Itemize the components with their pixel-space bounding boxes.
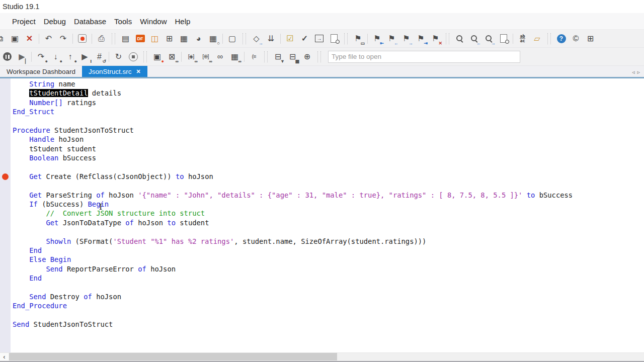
code-line[interactable]: Get Create (RefClass(cJsonObject)) to ho… — [0, 172, 644, 181]
run-to-cursor-icon[interactable]: ▶I — [77, 50, 92, 64]
database-explorer-icon[interactable]: ⊟▼ — [271, 50, 285, 64]
tab-scroll-left-icon[interactable]: ◃ — [632, 69, 635, 75]
validate-checklist-icon[interactable]: ✓ — [297, 32, 312, 46]
step-next-icon[interactable]: ▶▏ — [15, 50, 29, 64]
warnings-check-icon[interactable]: ☑ — [283, 32, 297, 46]
toolbar-grip-handle[interactable] — [344, 33, 348, 44]
code-line[interactable]: End — [0, 246, 644, 255]
compile-icon[interactable]: ⇊ — [264, 32, 278, 46]
clear-bookmarks-icon[interactable]: ⚑✕ — [428, 32, 443, 46]
first-bookmark-icon[interactable]: ⚑⇤ — [370, 32, 384, 46]
tab-scroll-right-icon[interactable]: ▹ — [637, 69, 640, 75]
new-file-icon[interactable]: ▢ — [225, 32, 239, 46]
about-icon[interactable]: © — [569, 32, 583, 46]
code-preview-icon[interactable] — [327, 32, 341, 46]
code-line[interactable]: End_Struct — [0, 107, 644, 116]
code-line[interactable]: Showln (SFormat('Student "%1" has %2 rat… — [0, 237, 644, 246]
menu-item-debug[interactable]: Debug — [40, 13, 70, 29]
web-database-icon[interactable]: ⊕ — [300, 50, 314, 64]
code-line[interactable]: Get JsonToDataType of hoJson to student — [0, 218, 644, 227]
code-line[interactable]: tStudentDetail details — [0, 88, 644, 98]
code-line[interactable]: Get ParseString of hoJson '{"name" : "Jo… — [0, 191, 644, 200]
step-over-icon[interactable]: ↷● — [34, 50, 48, 64]
code-line[interactable]: Handle hoJson — [0, 135, 644, 144]
database-builder-icon[interactable]: ⊟▦ — [285, 50, 300, 64]
break-all-icon[interactable] — [0, 50, 15, 64]
find-table-icon[interactable]: ▦○ — [206, 32, 220, 46]
code-line[interactable]: Send ReportParseError of hoJson — [0, 264, 644, 274]
replace-in-files-icon[interactable]: ▱ — [530, 32, 544, 46]
call-stack-icon[interactable]: (≡ — [247, 50, 261, 64]
horizontal-scrollbar[interactable]: ‹ — [0, 352, 644, 361]
run-program-icon[interactable]: → — [312, 32, 327, 46]
find-next-icon[interactable]: → — [481, 32, 496, 46]
toolbar-grip-handle[interactable] — [264, 51, 268, 62]
code-line[interactable] — [0, 227, 644, 236]
previous-bookmark-icon[interactable]: ⚑← — [384, 32, 399, 46]
code-line[interactable] — [0, 311, 644, 320]
toolbar-grip-handle[interactable] — [112, 33, 115, 44]
theme-palette-icon[interactable]: ◕ — [191, 32, 206, 46]
toolbar-grip-handle[interactable] — [547, 33, 551, 44]
undo-icon[interactable]: ↶ — [41, 32, 56, 46]
tab-workspace-dashboard[interactable]: Workspace Dashboard — [0, 66, 82, 77]
toggle-bookmark-icon[interactable]: ⚑▭ — [351, 32, 365, 46]
menu-item-help[interactable]: Help — [171, 13, 195, 29]
last-bookmark-icon[interactable]: ⚑⇥ — [414, 32, 428, 46]
scrollbar-left-arrow-icon[interactable]: ‹ — [0, 353, 9, 360]
locals-window-icon[interactable]: ∞ — [213, 50, 227, 64]
toolbar-grip-handle[interactable] — [317, 51, 321, 62]
code-line[interactable]: // Convert JSON structure into struct — [0, 209, 644, 218]
code-editor[interactable]: String name tStudentDetail details Numbe… — [0, 78, 644, 352]
toggle-breakpoint-icon[interactable]: ▣● — [150, 50, 165, 64]
data-dictionary-icon[interactable]: ⊞ — [162, 32, 177, 46]
code-line[interactable]: tStudent student — [0, 144, 644, 153]
paste-icon[interactable]: ▣ — [8, 32, 22, 46]
delete-icon[interactable]: ✕ — [22, 32, 37, 46]
stop-debug-icon[interactable] — [126, 50, 140, 64]
window-layout-icon[interactable]: ⊞ — [583, 32, 598, 46]
code-line[interactable]: Send Destroy of hoJson — [0, 292, 644, 301]
menu-item-project[interactable]: Project — [8, 13, 40, 29]
code-line[interactable]: Else Begin — [0, 255, 644, 264]
code-line[interactable]: If (bSuccess) Begin — [0, 200, 644, 209]
menu-item-database[interactable]: Database — [70, 13, 110, 29]
print-icon[interactable]: ⎙ — [94, 32, 109, 46]
code-line[interactable]: Procedure StudentJsonToStruct — [0, 126, 644, 135]
breakpoints-window-icon[interactable]: ⊠∞ — [165, 50, 179, 64]
find-in-files-icon[interactable] — [496, 32, 511, 46]
code-line[interactable]: End_Procedure — [0, 301, 644, 310]
menu-item-window[interactable]: Window — [136, 13, 171, 29]
deploy-package-icon[interactable]: ◇→ — [249, 32, 264, 46]
code-line[interactable]: String name — [0, 79, 644, 88]
menu-item-tools[interactable]: Tools — [110, 13, 136, 29]
replace-icon[interactable]: abac — [515, 32, 530, 46]
code-line[interactable]: End — [0, 274, 644, 283]
code-line[interactable] — [0, 117, 644, 126]
dataflex-project-icon[interactable]: DF — [133, 32, 147, 46]
global-watch-icon[interactable]: [⊕]∞ — [198, 50, 213, 64]
find-previous-icon[interactable]: ← — [467, 32, 481, 46]
step-into-icon[interactable]: ↓● — [48, 50, 63, 64]
next-bookmark-icon[interactable]: ⚑→ — [399, 32, 414, 46]
workspace-dashboard-icon[interactable]: ▤ — [118, 32, 133, 46]
code-line[interactable]: Boolean bSuccess — [0, 153, 644, 162]
toolbar-grip-handle[interactable] — [143, 51, 147, 62]
step-out-icon[interactable]: ↑● — [63, 50, 77, 64]
tab-close-icon[interactable]: ✕ — [136, 68, 141, 75]
find-icon[interactable] — [452, 32, 467, 46]
set-next-statement-icon[interactable]: #↺ — [92, 50, 107, 64]
help-icon[interactable]: ? — [554, 32, 569, 46]
code-line[interactable] — [0, 283, 644, 292]
code-pane[interactable]: String name tStudentDetail details Numbe… — [0, 79, 644, 329]
code-line[interactable]: Number[] ratings — [0, 98, 644, 107]
code-line[interactable] — [0, 163, 644, 172]
toolbar-grip-handle[interactable] — [446, 33, 449, 44]
tab-jsonstruct-src[interactable]: JsonStruct.src✕ — [82, 66, 147, 77]
file-open-input[interactable] — [328, 51, 520, 63]
breakpoint-icon[interactable] — [2, 173, 9, 180]
order-entry-view-icon[interactable]: ◫ — [147, 32, 162, 46]
table-editor-icon[interactable]: ▦ — [177, 32, 191, 46]
copy-icon[interactable]: ⧉ — [0, 32, 8, 46]
restart-debug-icon[interactable]: ↻ — [111, 50, 126, 64]
